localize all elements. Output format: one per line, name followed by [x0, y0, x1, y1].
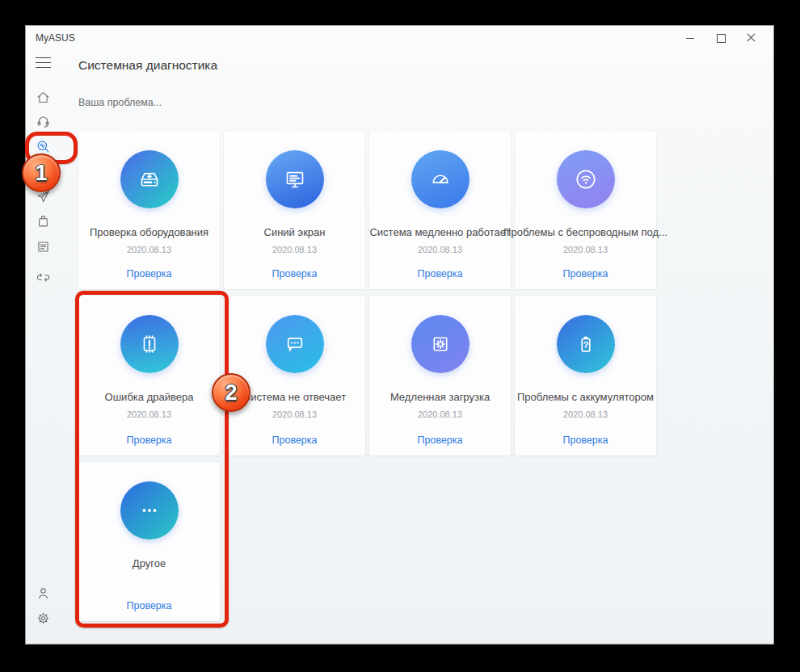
hard-drive-plus-icon [120, 150, 179, 208]
shopping-bag-icon [36, 213, 51, 229]
page-subtitle: Ваша проблема... [78, 97, 162, 108]
loading-screen-icon [411, 315, 469, 373]
headset-icon [36, 114, 51, 129]
sidebar-item-account[interactable] [35, 585, 51, 601]
battery-question-icon: ? [557, 315, 615, 373]
maximize-icon[interactable] [705, 26, 736, 50]
tile-title: Система медленно работает [369, 226, 510, 238]
tile-title: Система не отвечает [243, 391, 346, 403]
tile-blue-screen[interactable]: Синий экран 2020.08.13 Проверка [224, 131, 365, 289]
home-icon [36, 90, 51, 105]
tile-slow-boot[interactable]: Медленная загрузка 2020.08.13 Проверка [369, 296, 511, 456]
monitor-lines-icon [266, 150, 324, 208]
tile-title: Проблемы с беспроводным под... [503, 226, 667, 238]
check-link[interactable]: Проверка [515, 268, 656, 279]
titlebar: MyASUS [26, 26, 773, 50]
tile-date: 2020.08.13 [563, 245, 608, 254]
app-title: MyASUS [36, 32, 75, 44]
sidebar-item-settings[interactable] [35, 610, 51, 626]
tile-date: 2020.08.13 [127, 245, 171, 254]
tile-battery-problems[interactable]: ? Проблемы с аккумулятором 2020.08.13 Пр… [515, 296, 656, 456]
svg-text:?: ? [583, 340, 588, 350]
close-icon[interactable] [736, 26, 767, 50]
link-switch-icon [36, 270, 51, 285]
minimize-icon[interactable] [675, 26, 705, 50]
user-icon [36, 586, 51, 601]
sidebar-item-home[interactable] [35, 89, 51, 105]
check-link[interactable]: Проверка [369, 435, 511, 446]
tile-wireless-problems[interactable]: Проблемы с беспроводным под... 2020.08.1… [515, 131, 656, 289]
page-title: Системная диагностика [78, 58, 217, 73]
tile-date: 2020.08.13 [272, 245, 317, 254]
tile-system-slow[interactable]: Система медленно работает 2020.08.13 Про… [369, 131, 511, 289]
step2-highlight-rect [75, 291, 229, 628]
settings-gear-icon [36, 611, 51, 626]
sidebar-item-news[interactable] [35, 238, 51, 254]
myasus-window: MyASUS Системная диагностика Ваша пробле… [25, 25, 774, 645]
check-link[interactable]: Проверка [369, 268, 511, 279]
sidebar-item-store[interactable] [35, 212, 51, 229]
check-link[interactable]: Проверка [515, 435, 656, 446]
tile-title: Проблемы с аккумулятором [517, 391, 654, 403]
tile-date: 2020.08.13 [272, 410, 317, 419]
sidebar-item-link-to-myasus[interactable] [35, 269, 51, 285]
tile-title: Синий экран [264, 226, 326, 238]
news-document-icon [36, 239, 51, 254]
window-controls [675, 26, 767, 50]
chat-bubble-ellipsis-icon [266, 315, 324, 373]
tile-system-not-responding[interactable]: Система не отвечает 2020.08.13 Проверка [224, 296, 365, 456]
step1-badge: 1 [22, 153, 61, 192]
tile-title: Проверка оборудования [90, 226, 208, 238]
tile-title: Медленная загрузка [390, 391, 490, 403]
wifi-circle-icon [557, 150, 615, 208]
tile-hardware-check[interactable]: Проверка оборудования 2020.08.13 Проверк… [78, 131, 220, 289]
step2-badge: 2 [212, 373, 251, 412]
sidebar-item-support[interactable] [35, 113, 51, 129]
tile-date: 2020.08.13 [418, 410, 462, 419]
hamburger-menu-icon[interactable] [36, 57, 51, 68]
speedometer-icon [411, 150, 469, 208]
tile-date: 2020.08.13 [418, 245, 462, 254]
check-link[interactable]: Проверка [224, 268, 365, 279]
check-link[interactable]: Проверка [224, 435, 365, 446]
check-link[interactable]: Проверка [78, 268, 220, 279]
tile-date: 2020.08.13 [563, 410, 608, 419]
